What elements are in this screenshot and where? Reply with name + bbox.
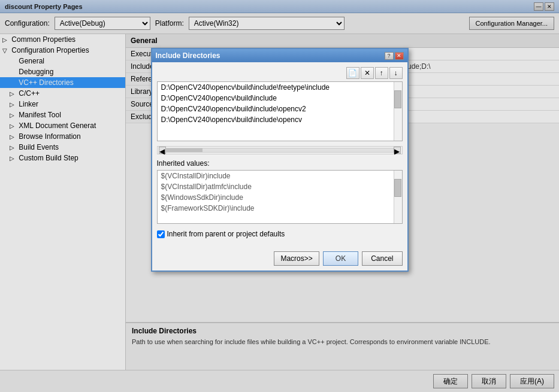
dialog-title: Include Directories: [156, 51, 220, 60]
inherit-checkbox[interactable]: [157, 230, 165, 238]
modal-overlay: Include Directories ? ✕ 📄 ✕ ↑ ↓ D:\OpenC…: [0, 0, 559, 392]
inherited-label: Inherited values:: [157, 159, 403, 168]
list-scrollbar-v[interactable]: [394, 82, 402, 141]
scrollbar-thumb: [394, 179, 401, 197]
scroll-track: [166, 148, 394, 153]
scroll-thumb: [167, 148, 203, 152]
dialog-buttons: Macros>> OK Cancel: [152, 249, 407, 271]
scrollbar-thumb: [394, 90, 401, 108]
inherited-item: $(VCInstallDir)atlmfc\include: [158, 181, 402, 192]
scroll-right-btn[interactable]: ▶: [394, 147, 401, 154]
toolbar-new-button[interactable]: 📄: [346, 67, 359, 79]
scroll-left-btn[interactable]: ◀: [159, 147, 166, 154]
dialog-cancel-button[interactable]: Cancel: [362, 251, 402, 266]
toolbar-down-button[interactable]: ↓: [389, 67, 403, 79]
toolbar-delete-button[interactable]: ✕: [361, 67, 374, 79]
inherited-item: $(VCInstallDir)include: [158, 171, 402, 181]
inherited-item: $(WindowsSdkDir)include: [158, 192, 402, 203]
directory-list[interactable]: D:\OpenCV240\opencv\build\include\freety…: [157, 81, 403, 141]
dialog-toolbar: 📄 ✕ ↑ ↓: [157, 67, 403, 79]
horizontal-scrollbar[interactable]: ◀ ▶: [157, 146, 403, 154]
ok-button[interactable]: OK: [323, 251, 358, 266]
include-directories-dialog: Include Directories ? ✕ 📄 ✕ ↑ ↓ D:\OpenC…: [151, 48, 409, 272]
list-item[interactable]: D:\OpenCV240\opencv\build\include\freety…: [158, 82, 402, 93]
inherited-item: $(FrameworkSDKDir)\include: [158, 203, 402, 214]
dialog-close-button[interactable]: ✕: [395, 52, 404, 60]
list-item[interactable]: D:\OpenCV240\opencv\build\include\opencv…: [158, 104, 402, 114]
list-item[interactable]: D:\OpenCV240\opencv\build\include: [158, 93, 402, 104]
dialog-help-button[interactable]: ?: [385, 52, 394, 60]
dialog-title-bar: Include Directories ? ✕: [152, 49, 407, 62]
inherited-values-box: $(VCInstallDir)include $(VCInstallDir)at…: [157, 170, 403, 224]
inherit-label: Inherit from parent or project defaults: [167, 230, 285, 238]
macros-button[interactable]: Macros>>: [274, 251, 319, 266]
inherited-scrollbar-v[interactable]: [394, 171, 402, 223]
dialog-content: 📄 ✕ ↑ ↓ D:\OpenCV240\opencv\build\includ…: [152, 62, 407, 249]
inherit-checkbox-row: Inherit from parent or project defaults: [157, 230, 403, 238]
dialog-title-controls: ? ✕: [385, 52, 404, 60]
list-item[interactable]: D:\OpenCV240\opencv\build\include\opencv: [158, 114, 402, 125]
toolbar-up-button[interactable]: ↑: [375, 67, 388, 79]
